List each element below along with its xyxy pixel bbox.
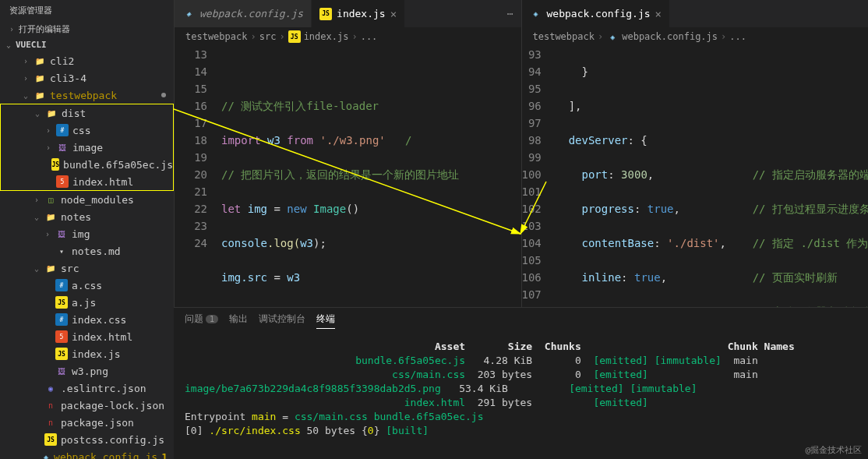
editor-pane-left: ◈webpack.config.js JSindex.js× ⋯ testweb… (174, 0, 521, 307)
image-folder-icon: 🖼 (56, 141, 69, 154)
folder-icon: 📁 (44, 210, 57, 223)
tabs-left: ◈webpack.config.js JSindex.js× ⋯ (175, 0, 521, 27)
file-index-css[interactable]: #index.css (0, 311, 174, 328)
file-package-lock[interactable]: npackage-lock.json (0, 397, 174, 414)
js-icon: JS (55, 296, 68, 309)
file-notes-md[interactable]: ▾notes.md (0, 242, 174, 260)
file-tree: ›📁cli2 ›📁cli3-4 ⌄📁testwebpack ⌄📁dist ›#c… (0, 52, 174, 459)
folder-notes[interactable]: ⌄📁notes (0, 208, 174, 225)
terminal-tabs: 问题1 输出 调试控制台 终端 (174, 308, 868, 334)
file-eslintrc[interactable]: ◉.eslintrc.json (0, 380, 174, 397)
node-modules-icon: ◫ (44, 193, 57, 206)
tab-overflow-icon[interactable]: ⋯ (499, 8, 521, 19)
js-icon: JS (55, 348, 68, 360)
folder-cli34[interactable]: ›📁cli3-4 (0, 69, 174, 87)
watermark: @掘金技术社区 (805, 444, 862, 456)
project-title[interactable]: ⌄ VUECLI (0, 37, 174, 52)
modified-count: 1 (161, 451, 168, 460)
file-bundle[interactable]: JSbundle.6f5a05ec.js (1, 156, 173, 173)
file-a-css[interactable]: #a.css (0, 277, 174, 294)
file-w3-png[interactable]: 🖼w3.png (0, 362, 174, 380)
tab-output[interactable]: 输出 (229, 312, 248, 329)
npm-icon: n (44, 399, 57, 411)
folder-icon: 📁 (34, 72, 46, 84)
js-icon: JS (51, 158, 59, 171)
tab-terminal[interactable]: 终端 (316, 312, 335, 329)
js-icon: JS (319, 8, 332, 20)
file-postcss[interactable]: JSpostcss.config.js (0, 431, 174, 448)
gutter-right: 93949596979899100101102103104105106107 (522, 46, 556, 307)
editor-pane-right: ◈webpack.config.js× testwebpack› ◈ webpa… (521, 0, 869, 307)
folder-testwebpack[interactable]: ⌄📁testwebpack (0, 87, 174, 104)
tab-debug[interactable]: 调试控制台 (259, 312, 305, 329)
image-icon: 🖼 (55, 365, 68, 377)
tab-webpack-config-right[interactable]: ◈webpack.config.js× (522, 0, 671, 27)
close-icon[interactable]: × (655, 8, 662, 20)
code-editor-left[interactable]: 131415161718192021222324 // 测试文件引入file-l… (175, 46, 521, 307)
modified-dot (161, 93, 166, 97)
open-editors-section[interactable]: › 打开的编辑器 (0, 21, 174, 37)
folder-img[interactable]: ›🖼img (0, 225, 174, 242)
folder-node-modules[interactable]: ›◫node_modules (0, 191, 174, 208)
webpack-icon: ◈ (606, 30, 619, 43)
folder-css[interactable]: ›#css (1, 122, 173, 139)
chevron-down-icon: ⌄ (6, 41, 12, 49)
image-folder-icon: 🖼 (55, 228, 68, 240)
html-icon: 5 (56, 175, 69, 188)
file-index-html2[interactable]: 5index.html (0, 328, 174, 345)
explorer-title: 资源管理器 (0, 0, 174, 21)
webpack-icon: ◈ (530, 8, 542, 20)
folder-cli2[interactable]: ›📁cli2 (0, 52, 174, 69)
js-icon: JS (44, 433, 57, 446)
breadcrumb-right[interactable]: testwebpack› ◈ webpack.config.js›... (522, 27, 869, 46)
folder-icon: 📁 (45, 107, 58, 119)
eslint-icon: ◉ (44, 382, 57, 394)
html-icon: 5 (55, 330, 68, 343)
css-icon: # (56, 124, 69, 136)
highlighted-dist-folder: ⌄📁dist ›#css ›🖼image JSbundle.6f5a05ec.j… (0, 104, 174, 191)
npm-icon: n (44, 416, 57, 429)
breadcrumb-left[interactable]: testwebpack› src› JS index.js›... (175, 27, 521, 46)
tab-index-js[interactable]: JSindex.js× (312, 0, 405, 27)
chevron-right-icon: › (9, 25, 16, 34)
code-editor-right[interactable]: 93949596979899100101102103104105106107 }… (522, 46, 869, 307)
file-webpack-config[interactable]: ◈webpack.config.js1 (0, 448, 174, 459)
terminal-output[interactable]: Asset Size Chunks Chunk Names bundle.6f5… (174, 334, 868, 459)
file-a-js[interactable]: JSa.js (0, 294, 174, 311)
close-icon[interactable]: × (390, 8, 397, 20)
css-icon: # (55, 313, 68, 326)
folder-image[interactable]: ›🖼image (1, 139, 173, 156)
webpack-icon: ◈ (182, 8, 195, 20)
css-icon: # (55, 279, 68, 291)
file-index-js[interactable]: JSindex.js (0, 345, 174, 362)
terminal-panel: 问题1 输出 调试控制台 终端 Asset Size Chunks Chunk … (174, 307, 868, 459)
tabs-right: ◈webpack.config.js× (522, 0, 869, 27)
code-content-right[interactable]: } ], devServer: { port: 3000, // 指定启动服务器… (556, 46, 868, 307)
folder-icon: 📁 (34, 89, 46, 101)
tab-webpack-config[interactable]: ◈webpack.config.js (175, 0, 312, 27)
src-folder-icon: 📁 (44, 262, 57, 274)
file-index-html[interactable]: 5index.html (1, 173, 173, 190)
gutter-left: 131415161718192021222324 (175, 46, 221, 307)
sidebar: 资源管理器 › 打开的编辑器 ⌄ VUECLI ›📁cli2 ›📁cli3-4 … (0, 0, 174, 459)
markdown-icon: ▾ (55, 245, 68, 257)
code-content-left[interactable]: // 测试文件引入file-loader import w3 from './w… (221, 46, 521, 307)
js-icon: JS (288, 30, 301, 43)
file-package-json[interactable]: npackage.json (0, 414, 174, 431)
folder-dist[interactable]: ⌄📁dist (1, 104, 173, 122)
folder-icon: 📁 (34, 55, 46, 67)
tab-problems[interactable]: 问题1 (185, 312, 218, 329)
webpack-icon: ◈ (42, 450, 50, 459)
editor-area: ◈webpack.config.js JSindex.js× ⋯ testweb… (174, 0, 868, 459)
folder-src[interactable]: ⌄📁src (0, 260, 174, 277)
